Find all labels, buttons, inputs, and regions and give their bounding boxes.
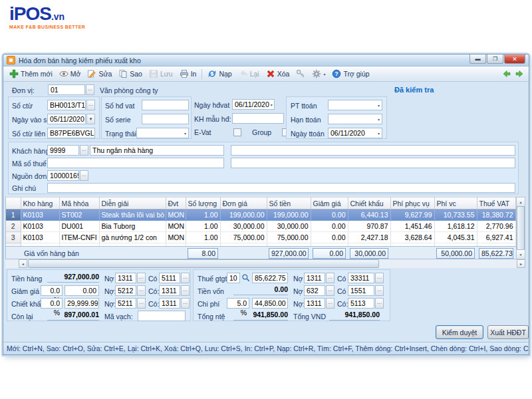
chiet-khau-debit-account[interactable]: 5211 [115, 298, 136, 309]
grid-cell[interactable]: 199,000.00 [267, 209, 311, 221]
grid-cell[interactable]: 1.00 [186, 209, 220, 221]
grid-column-header[interactable]: Số tiền [267, 198, 311, 209]
grid-cell[interactable]: 199,000.00 [220, 209, 267, 221]
chiet-khau-credit-account[interactable]: 1311 [159, 298, 180, 309]
grid-cell[interactable]: ITEM-CNFI [59, 232, 99, 243]
ma-so-thue-input[interactable] [47, 158, 224, 168]
ghi-chu-input[interactable] [47, 183, 515, 193]
giam-gia-percent-input[interactable]: 0.0 % [41, 285, 63, 296]
khach-hang-name-input[interactable]: Thu ngân nhà hàng [90, 145, 224, 156]
toolbar-settings-button[interactable]: ▾ [309, 68, 329, 80]
han-ttoan-select[interactable]: ▾ [328, 114, 382, 124]
nguon-don-input[interactable]: 10000169 [47, 170, 79, 181]
scroll-up-icon[interactable]: ▲ [517, 198, 525, 207]
ngay-hdvat-input[interactable]: 06/11/2020▾ [232, 99, 275, 110]
toolbar-xoa-button[interactable]: Xóa [263, 68, 293, 80]
grid-cell[interactable]: ST002 [59, 209, 99, 221]
grid-cell[interactable]: 1,618.12 [434, 221, 477, 232]
grid-column-header[interactable]: Phí phục vụ [390, 198, 434, 209]
toolbar-nap-button[interactable]: Nạp [204, 68, 235, 80]
so-ctu-input[interactable]: BH0013/T11 [47, 100, 86, 110]
grid-column-header[interactable]: Phí vc [434, 198, 477, 209]
browse-button[interactable]: ··· [326, 298, 334, 309]
table-row[interactable]: 1K0103ST002Steak thăn lõi vai bò Fuji 16… [6, 209, 515, 221]
row-number[interactable]: 3 [6, 232, 21, 243]
grid-cell[interactable]: 30,000.00 [220, 221, 267, 232]
nguon-don-browse-button[interactable]: ··· [80, 170, 88, 181]
tien-hang-debit-account[interactable]: 1311 [115, 273, 136, 283]
browse-button[interactable]: ··· [181, 285, 190, 296]
scroll-left-icon[interactable]: ◄ [19, 259, 27, 268]
grid-cell[interactable]: 970.87 [348, 221, 390, 232]
grid-cell[interactable]: MON [166, 221, 186, 232]
grid-cell[interactable]: DU001 [59, 221, 99, 232]
browse-button[interactable]: ··· [375, 285, 384, 296]
grid-column-header[interactable]: Đơn giá [220, 198, 267, 209]
vertical-scrollbar-thumb[interactable] [517, 206, 525, 250]
grid-cell[interactable]: MON [166, 209, 186, 221]
grid-cell[interactable]: 18,380.72 [477, 209, 515, 221]
grid-cell[interactable]: 9,627.99 [390, 209, 434, 221]
browse-button[interactable]: ··· [137, 273, 146, 283]
grid-column-header[interactable]: Giảm giá [311, 198, 348, 209]
so-serie-input[interactable] [142, 114, 189, 124]
grid-cell[interactable]: 0.00 [311, 232, 348, 243]
grid-cell[interactable]: 4,045.31 [434, 232, 477, 243]
grid-cell[interactable]: 2,427.18 [348, 232, 390, 243]
minimize-button[interactable]: ▬ [469, 55, 486, 64]
so-ctu-browse-button[interactable]: ··· [86, 100, 95, 110]
thue-gtgt-value-input[interactable]: 85,622.75 [252, 273, 288, 283]
toolbar-forward-button[interactable] [515, 69, 524, 78]
ma-vach-input[interactable] [138, 311, 186, 321]
browse-button[interactable]: ··· [326, 285, 334, 296]
grid-column-header[interactable]: Mã hhóa [59, 198, 99, 209]
maximize-button[interactable]: ❒ [487, 55, 503, 64]
browse-button[interactable]: ··· [326, 273, 334, 283]
grid-cell[interactable]: K0103 [21, 221, 59, 232]
grid-cell[interactable]: Bia Tuborg [99, 221, 166, 232]
dia-chi-input[interactable] [231, 145, 515, 156]
grid-cell[interactable]: K0103 [21, 232, 59, 243]
grid-column-header[interactable] [6, 198, 21, 209]
grid-cell[interactable]: 0.00 [311, 209, 348, 221]
grid-cell[interactable]: Steak thăn lõi vai bò Fuji 160gr [99, 209, 166, 221]
browse-button[interactable]: ··· [181, 298, 190, 309]
ngay-vao-so-dropdown-button[interactable]: ▾ [86, 114, 95, 124]
scroll-right-icon[interactable]: ► [517, 259, 525, 268]
grid-vertical-scrollbar[interactable]: ▲ ▼ [516, 197, 525, 259]
trang-thai-hdd-select[interactable]: ▾ [136, 128, 189, 138]
grid-column-header[interactable]: Chiết khấu [348, 198, 390, 209]
so-hd-vat-input[interactable] [142, 100, 189, 110]
table-row[interactable]: 3K0103ITEM-CNFIgà nướng 1/2 conMON1.0075… [6, 232, 515, 243]
grid-cell[interactable]: 6,927.41 [477, 232, 515, 243]
e-vat-checkbox[interactable] [233, 128, 241, 136]
grid-horizontal-scrollbar[interactable]: ◄ ► [5, 259, 525, 268]
thue-gtgt-credit-account[interactable]: 33311 [348, 273, 374, 283]
scroll-down-icon[interactable]: ▼ [517, 249, 525, 259]
approve-button[interactable]: Kiểm duyệt [436, 325, 483, 339]
khach-hang-browse-button[interactable]: ··· [80, 145, 88, 156]
giam-gia-debit-account[interactable]: 5212 [115, 285, 136, 296]
ngay-ttoan-input[interactable]: 06/11/2020▾ [328, 128, 382, 138]
browse-button[interactable]: ··· [137, 285, 146, 296]
grid-cell[interactable]: 6,440.13 [348, 209, 390, 221]
don-vi-browse-button[interactable]: ··· [86, 84, 94, 95]
grid-column-header[interactable]: Đvt [166, 198, 186, 209]
kh-mau-hd-input[interactable] [232, 113, 284, 124]
thue-gtgt-debit-account[interactable]: 1311 [304, 273, 325, 283]
chi-phi-credit-account[interactable]: 5113 [348, 298, 374, 309]
toolbar-sao-button[interactable]: Sao [115, 68, 146, 80]
grid-cell[interactable]: 1.00 [186, 221, 220, 232]
search-icon[interactable] [241, 273, 250, 282]
grid-column-header[interactable]: Thuế VAT [477, 198, 515, 209]
chiet-khau-value-input[interactable]: 29,999.99 [65, 298, 99, 309]
chi-phi-value-input[interactable]: 44,850.00 [252, 298, 288, 309]
toolbar-back-button[interactable] [502, 69, 511, 78]
email-input[interactable] [231, 158, 515, 168]
toolbar-sua-button[interactable]: Sửa [84, 68, 115, 80]
grid-cell[interactable]: 0.00 [311, 221, 348, 232]
don-vi-input[interactable]: 01 [48, 84, 85, 95]
toolbar-in-button[interactable]: In [176, 68, 200, 80]
grid-cell[interactable]: 75,000.00 [220, 232, 267, 243]
horizontal-scrollbar-thumb[interactable] [28, 259, 379, 268]
